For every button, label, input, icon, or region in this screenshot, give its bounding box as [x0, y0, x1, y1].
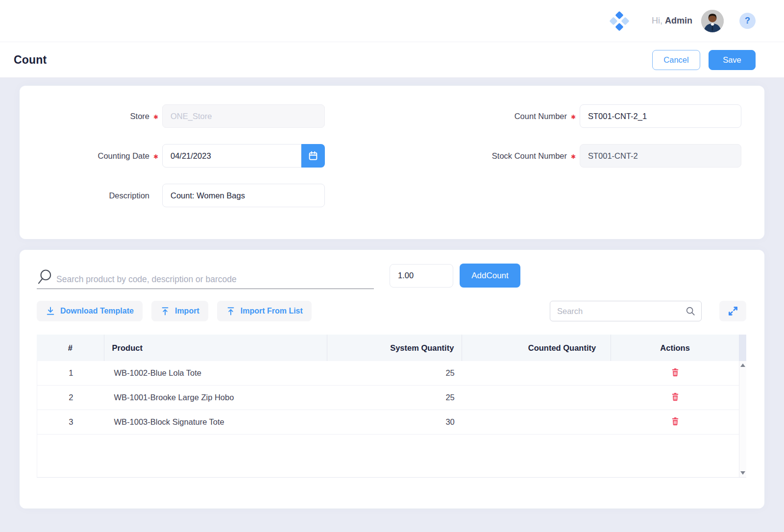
import-from-list-label: Import From List [241, 307, 303, 315]
store-label: Store [39, 112, 149, 121]
save-button[interactable]: Save [709, 50, 756, 70]
column-header-system-quantity: System Quantity [327, 335, 462, 361]
required-asterisk: ✱ [149, 112, 162, 121]
main-content: Store ✱ Counting Date ✱ [0, 77, 784, 508]
table-body: 1WB-1002-Blue Lola Tote252WB-1001-Brooke… [37, 361, 746, 478]
table-row: 3WB-1003-Block Signature Tote30 [37, 410, 739, 435]
table-header: # Product System Quantity Counted Quanti… [37, 335, 746, 361]
user-name: Admin [665, 16, 692, 25]
product-search[interactable] [37, 262, 374, 289]
required-asterisk: ✱ [149, 151, 162, 160]
row-index: 3 [37, 417, 104, 427]
column-header-product: Product [104, 335, 328, 361]
product-search-input[interactable] [56, 274, 374, 285]
counting-date-input[interactable] [162, 144, 301, 168]
row-system-quantity: 30 [328, 417, 463, 427]
table-scrollbar[interactable] [739, 361, 746, 477]
import-button[interactable]: Import [151, 301, 208, 321]
counting-date-label: Counting Date [39, 151, 149, 161]
trash-icon [670, 392, 680, 402]
table-toolbar: Download Template Import [37, 301, 746, 321]
form-left-column: Store ✱ Counting Date ✱ [39, 104, 325, 239]
import-label: Import [175, 307, 199, 315]
download-icon [46, 306, 55, 316]
delete-row-button[interactable] [668, 415, 682, 429]
cancel-button[interactable]: Cancel [652, 50, 700, 70]
delete-row-button[interactable] [668, 366, 682, 380]
items-table: # Product System Quantity Counted Quanti… [37, 335, 746, 478]
search-icon [37, 268, 53, 285]
toolbar-right-group [550, 301, 746, 321]
row-index: 2 [37, 393, 104, 402]
help-button[interactable]: ? [739, 13, 756, 29]
table-row: 2WB-1001-Brooke Large Zip Hobo25 [37, 386, 739, 410]
header-actions: Cancel Save [652, 50, 756, 70]
add-count-button[interactable]: AddCount [460, 264, 520, 288]
count-number-input[interactable] [580, 104, 741, 128]
count-items-card: AddCount Download Template [20, 250, 764, 508]
page-header: Count Cancel Save [0, 42, 784, 77]
stock-count-number-input [580, 144, 741, 168]
trash-icon [670, 367, 680, 377]
calendar-button[interactable] [301, 144, 325, 168]
required-asterisk: ✱ [567, 151, 580, 160]
count-details-card: Store ✱ Counting Date ✱ [20, 86, 764, 239]
toolbar-left-group: Download Template Import [37, 301, 312, 321]
import-icon [160, 306, 170, 316]
scrollbar-down-arrow[interactable] [740, 471, 745, 475]
product-entry-row: AddCount [37, 262, 746, 289]
count-number-label: Count Number [469, 112, 567, 121]
download-template-label: Download Template [60, 307, 134, 315]
row-product: WB-1003-Block Signature Tote [104, 417, 327, 427]
expand-table-button[interactable] [719, 301, 746, 321]
column-header-index: # [37, 335, 104, 361]
count-number-field: Count Number ✱ [469, 104, 741, 128]
table-body-rows: 1WB-1002-Blue Lola Tote252WB-1001-Brooke… [37, 361, 739, 477]
top-navbar: Hi, Admin ? [0, 0, 784, 42]
import-from-list-button[interactable]: Import From List [217, 301, 312, 321]
row-system-quantity: 25 [328, 393, 463, 402]
expand-icon [727, 305, 739, 317]
description-label: Description [39, 191, 149, 200]
column-header-counted-quantity: Counted Quantity [462, 335, 611, 361]
question-mark-icon: ? [745, 16, 750, 26]
spacer [149, 194, 162, 196]
table-search-input[interactable] [550, 301, 702, 321]
counting-date-field: Counting Date ✱ [39, 144, 325, 168]
page-title: Count [14, 53, 47, 67]
row-product: WB-1001-Brooke Large Zip Hobo [104, 393, 327, 402]
search-icon [685, 306, 696, 316]
app-logo-icon [611, 12, 628, 30]
form-right-column: Count Number ✱ Stock Count Number ✱ [469, 104, 741, 239]
store-field: Store ✱ [39, 104, 325, 128]
table-search [550, 301, 702, 321]
row-product: WB-1002-Blue Lola Tote [104, 368, 327, 378]
table-row: 1WB-1002-Blue Lola Tote25 [37, 361, 739, 386]
row-system-quantity: 25 [328, 368, 463, 378]
quantity-input[interactable] [390, 264, 453, 288]
avatar-image [701, 10, 724, 32]
column-header-actions: Actions [611, 335, 739, 361]
calendar-icon [308, 150, 318, 161]
table-header-filler [739, 335, 746, 361]
greeting-prefix: Hi, [652, 16, 662, 25]
user-greeting: Hi, Admin [652, 16, 692, 26]
store-input [162, 104, 325, 128]
description-field: Description [39, 184, 325, 207]
stock-count-number-field: Stock Count Number ✱ [469, 144, 741, 168]
delete-row-button[interactable] [668, 391, 682, 404]
scrollbar-up-arrow[interactable] [740, 363, 745, 367]
download-template-button[interactable]: Download Template [37, 301, 143, 321]
required-asterisk: ✱ [567, 112, 580, 121]
trash-icon [670, 416, 680, 426]
stock-count-number-label: Stock Count Number [469, 151, 567, 161]
description-input[interactable] [162, 184, 325, 207]
import-from-list-icon [226, 306, 236, 316]
avatar[interactable] [701, 10, 724, 32]
row-index: 1 [37, 368, 104, 378]
